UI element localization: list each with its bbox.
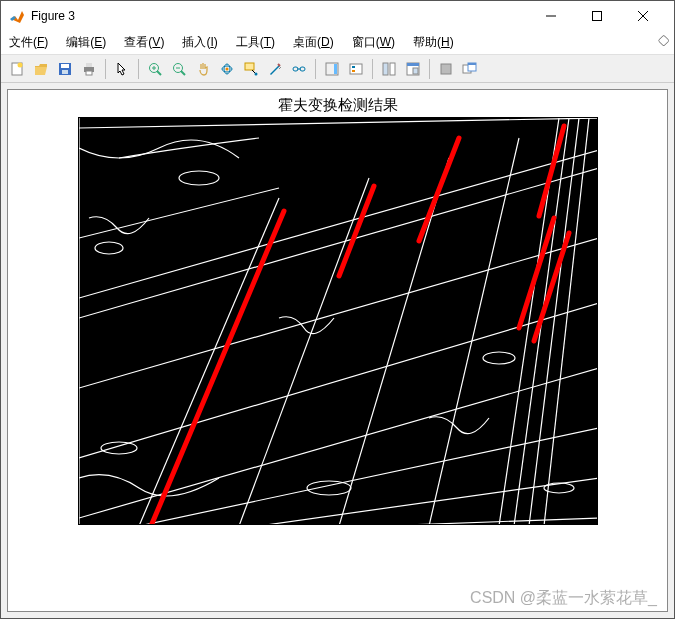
svg-line-17	[181, 71, 185, 75]
undock-icon[interactable]	[458, 57, 482, 81]
figure-content: 霍夫变换检测结果	[1, 83, 674, 618]
legend-icon[interactable]	[344, 57, 368, 81]
svg-rect-40	[468, 63, 476, 65]
svg-point-21	[226, 67, 229, 70]
window-title: Figure 3	[31, 9, 528, 23]
print-icon[interactable]	[77, 57, 101, 81]
link-icon[interactable]	[287, 57, 311, 81]
save-icon[interactable]	[53, 57, 77, 81]
svg-line-13	[157, 71, 161, 75]
data-cursor-icon[interactable]	[239, 57, 263, 81]
menu-window[interactable]: 窗口(W)	[350, 32, 397, 53]
plot-image	[78, 117, 598, 525]
svg-rect-29	[350, 64, 362, 74]
svg-point-5	[18, 62, 23, 67]
svg-rect-11	[86, 71, 92, 75]
toolbar	[1, 55, 674, 83]
pointer-icon[interactable]	[110, 57, 134, 81]
svg-rect-33	[390, 63, 395, 75]
grid-icon[interactable]	[434, 57, 458, 81]
menu-view[interactable]: 查看(V)	[122, 32, 166, 53]
rotate-icon[interactable]	[215, 57, 239, 81]
svg-rect-7	[61, 64, 69, 68]
minimize-button[interactable]	[528, 1, 574, 31]
menu-insert[interactable]: 插入(I)	[180, 32, 219, 53]
menu-help[interactable]: 帮助(H)	[411, 32, 456, 53]
plot-title: 霍夫变换检测结果	[278, 96, 398, 115]
brush-icon[interactable]	[263, 57, 287, 81]
maximize-button[interactable]	[574, 1, 620, 31]
colorbar-icon[interactable]	[320, 57, 344, 81]
csdn-watermark: CSDN @柔蓝一水萦花草_	[470, 588, 657, 609]
svg-rect-28	[334, 64, 337, 74]
matlab-logo-icon	[9, 8, 25, 24]
menu-desktop[interactable]: 桌面(D)	[291, 32, 336, 53]
menu-file[interactable]: 文件(F)	[7, 32, 50, 53]
new-figure-icon[interactable]	[5, 57, 29, 81]
menubar: 文件(F) 编辑(E) 查看(V) 插入(I) 工具(T) 桌面(D) 窗口(W…	[1, 31, 674, 55]
dock-icon[interactable]	[401, 57, 425, 81]
svg-point-23	[255, 72, 258, 75]
svg-rect-35	[407, 63, 419, 66]
menu-tools[interactable]: 工具(T)	[234, 32, 277, 53]
hide-tools-icon[interactable]	[377, 57, 401, 81]
pan-icon[interactable]	[191, 57, 215, 81]
svg-rect-37	[441, 64, 451, 74]
svg-rect-36	[413, 68, 418, 74]
open-icon[interactable]	[29, 57, 53, 81]
svg-rect-10	[86, 63, 92, 67]
window-titlebar: Figure 3	[1, 1, 674, 31]
svg-rect-22	[245, 63, 254, 70]
zoom-out-icon[interactable]	[167, 57, 191, 81]
axes-container: 霍夫变换检测结果	[7, 89, 668, 612]
svg-rect-8	[62, 70, 68, 74]
menu-edit[interactable]: 编辑(E)	[64, 32, 108, 53]
zoom-in-icon[interactable]	[143, 57, 167, 81]
svg-rect-1	[593, 12, 602, 21]
close-button[interactable]	[620, 1, 666, 31]
svg-rect-32	[383, 63, 388, 75]
